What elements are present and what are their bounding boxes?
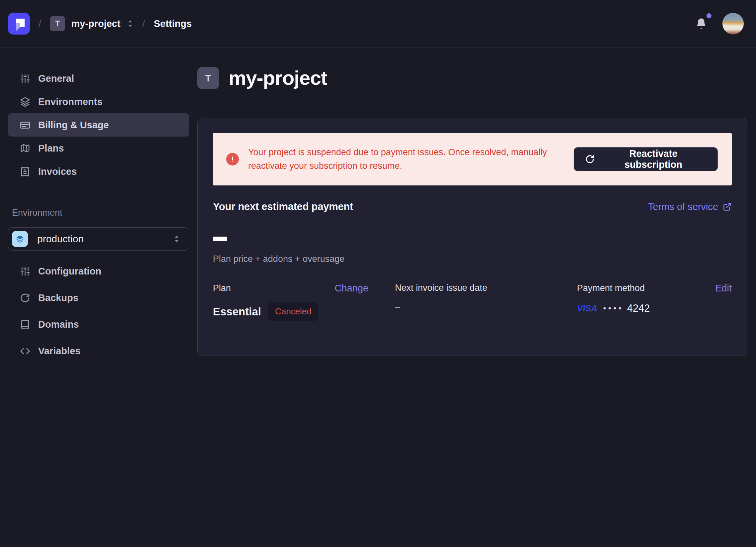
reactivate-button-label: Reactivate subscription bbox=[601, 148, 706, 170]
sidebar-item-general[interactable]: General bbox=[8, 67, 189, 90]
sidebar-item-label: Environments bbox=[38, 96, 102, 107]
plan-label: Plan bbox=[213, 283, 231, 294]
project-avatar: T bbox=[50, 16, 65, 31]
breadcrumb-project-name: my-project bbox=[71, 18, 120, 29]
sidebar-item-backups[interactable]: Backups bbox=[8, 285, 189, 311]
breadcrumb-settings[interactable]: Settings bbox=[154, 18, 192, 29]
payment-method-column: Payment method Edit VISA •••• 4242 bbox=[577, 283, 732, 321]
bell-icon bbox=[695, 17, 708, 30]
sidebar-item-variables[interactable]: Variables bbox=[8, 338, 189, 364]
environment-icon bbox=[12, 231, 28, 247]
visa-logo: VISA bbox=[577, 304, 597, 314]
terms-of-service-link[interactable]: Terms of service bbox=[648, 201, 732, 212]
next-invoice-value: – bbox=[395, 302, 400, 313]
sidebar-item-invoices[interactable]: Invoices bbox=[8, 160, 189, 183]
notification-dot bbox=[707, 13, 711, 18]
sidebar-item-environments[interactable]: Environments bbox=[8, 90, 189, 113]
top-header: / T my-project / Settings bbox=[0, 0, 756, 47]
next-invoice-label: Next invoice issue date bbox=[395, 283, 487, 293]
code-icon bbox=[20, 346, 30, 356]
terms-link-label: Terms of service bbox=[648, 201, 718, 212]
estimated-amount: - bbox=[213, 236, 732, 241]
card-dots: •••• bbox=[603, 304, 624, 313]
change-plan-link[interactable]: Change bbox=[334, 283, 368, 294]
main-content: T my-project Your project is suspended d… bbox=[197, 47, 756, 547]
suspension-alert-banner: Your project is suspended due to payment… bbox=[213, 133, 732, 185]
plan-column: Plan Change Essential Canceled bbox=[213, 283, 395, 321]
next-payment-heading: Your next estimated payment bbox=[213, 201, 353, 213]
book-icon bbox=[20, 319, 30, 330]
alert-icon bbox=[226, 153, 239, 165]
sidebar-item-configuration[interactable]: Configuration bbox=[8, 258, 189, 285]
sidebar-item-label: Billing & Usage bbox=[38, 120, 109, 131]
sliders-icon bbox=[20, 266, 30, 277]
payment-formula: Plan price + addons + overusage bbox=[213, 254, 732, 264]
notification-bell-button[interactable] bbox=[695, 17, 708, 30]
alert-message: Your project is suspended due to payment… bbox=[248, 145, 574, 173]
billing-card: Your project is suspended due to payment… bbox=[197, 118, 747, 356]
sidebar-item-label: Backups bbox=[38, 293, 78, 304]
plan-status-badge: Canceled bbox=[268, 303, 318, 321]
environment-selected-value: production bbox=[37, 233, 84, 244]
breadcrumb-separator: / bbox=[39, 18, 41, 29]
sliders-icon bbox=[20, 73, 30, 84]
sidebar-item-label: Configuration bbox=[38, 266, 101, 277]
page-title-avatar: T bbox=[197, 67, 219, 89]
rotate-cw-icon bbox=[20, 293, 30, 303]
sidebar-item-domains[interactable]: Domains bbox=[8, 311, 189, 338]
payment-method-label: Payment method bbox=[577, 283, 645, 294]
environment-section-label: Environment bbox=[12, 208, 189, 218]
sidebar-item-billing-usage[interactable]: Billing & Usage bbox=[8, 113, 189, 137]
receipt-icon bbox=[20, 166, 30, 177]
reactivate-subscription-button[interactable]: Reactivate subscription bbox=[574, 147, 718, 171]
breadcrumb-separator: / bbox=[142, 18, 145, 29]
app-logo[interactable] bbox=[8, 13, 30, 35]
credit-card-icon bbox=[20, 120, 30, 130]
sidebar-item-label: Plans bbox=[38, 143, 64, 154]
sidebar-item-label: General bbox=[38, 73, 74, 84]
settings-sidebar: General Environments Billing & Usage Pla… bbox=[0, 47, 197, 547]
sidebar-item-plans[interactable]: Plans bbox=[8, 137, 189, 160]
project-switcher[interactable]: T my-project bbox=[50, 16, 134, 31]
refresh-icon bbox=[585, 154, 595, 164]
next-invoice-column: Next invoice issue date – bbox=[395, 283, 577, 321]
environment-select[interactable]: production bbox=[8, 227, 189, 250]
plan-name: Essential bbox=[213, 306, 261, 318]
card-last4: 4242 bbox=[627, 303, 650, 315]
page-title: my-project bbox=[229, 66, 327, 89]
sidebar-item-label: Domains bbox=[38, 319, 79, 330]
user-avatar[interactable] bbox=[722, 13, 744, 35]
sidebar-item-label: Variables bbox=[38, 346, 80, 357]
map-icon bbox=[20, 143, 30, 153]
layers-icon bbox=[20, 97, 30, 107]
sidebar-item-label: Invoices bbox=[38, 166, 77, 177]
chevrons-up-down-icon bbox=[127, 19, 134, 29]
layers-icon bbox=[15, 234, 25, 243]
edit-payment-link[interactable]: Edit bbox=[715, 283, 732, 294]
chevrons-up-down-icon bbox=[173, 234, 180, 244]
external-link-icon bbox=[723, 202, 732, 211]
app-logo-icon bbox=[8, 13, 30, 35]
